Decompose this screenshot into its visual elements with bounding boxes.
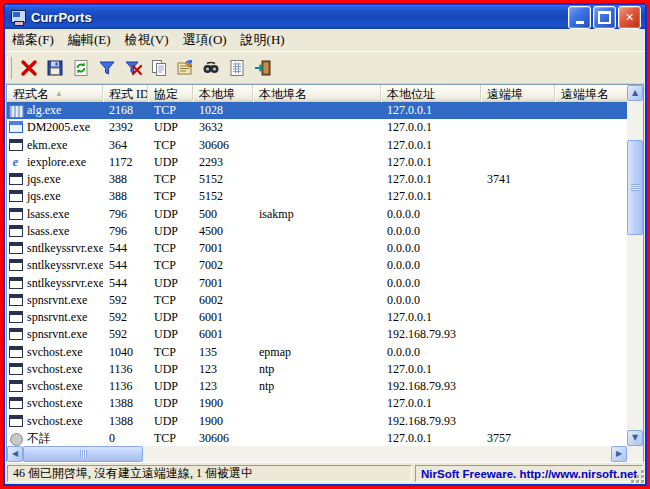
properties-icon [175, 58, 195, 78]
column-label: 本地位址 [387, 86, 435, 103]
cell-protocol: UDP [148, 275, 193, 292]
cell-local_address: 0.0.0.0 [381, 206, 481, 223]
table-row[interactable]: eiexplore.exe1172UDP2293127.0.0.1 [7, 154, 627, 171]
cell-local_port_name: ntp [253, 378, 381, 395]
table-row[interactable]: spnsrvnt.exe592UDP6001127.0.0.1 [7, 309, 627, 326]
process-name: jqs.exe [27, 172, 61, 187]
column-header-1[interactable]: 程式 ID [103, 85, 148, 102]
cell-local_port: 500 [193, 206, 253, 223]
cell-local_address: 127.0.0.1 [381, 137, 481, 154]
scroll-up-button[interactable]: ▲ [627, 85, 643, 101]
cell-protocol: UDP [148, 361, 193, 378]
app-icon [11, 10, 27, 25]
horizontal-scroll-thumb[interactable] [23, 446, 143, 462]
menu-item-2[interactable]: 檢視(V) [118, 29, 176, 51]
cell-pid: 1136 [103, 378, 148, 395]
menu-item-3[interactable]: 選項(O) [176, 29, 234, 51]
vertical-scrollbar[interactable]: ▲ ▼ [627, 85, 643, 446]
resize-grip[interactable] [631, 470, 644, 483]
clear-filter-button[interactable] [120, 55, 146, 81]
exit-button[interactable] [250, 55, 276, 81]
table-row[interactable]: svchost.exe1136UDP123ntp192.168.79.93 [7, 378, 627, 395]
column-header-5[interactable]: 本地位址 [381, 85, 481, 102]
process-name: sntlkeyssrvr.exe [27, 258, 103, 273]
cell-remote_port_name [555, 378, 627, 395]
table-row[interactable]: jqs.exe388TCP5152127.0.0.1 [7, 188, 627, 205]
cell-remote_port [481, 275, 555, 292]
cell-pid: 544 [103, 257, 148, 274]
table-row[interactable]: sntlkeyssrvr.exe544TCP70020.0.0.0 [7, 257, 627, 274]
table-row[interactable]: svchost.exe1136UDP123ntp127.0.0.1 [7, 361, 627, 378]
cell-local_port_name [253, 326, 381, 343]
maximize-button[interactable] [593, 6, 616, 29]
column-label: 遠端埠名 [561, 86, 609, 103]
table-row[interactable]: jqs.exe388TCP5152127.0.0.13741 [7, 171, 627, 188]
table-row[interactable]: ekm.exe364TCP30606127.0.0.1 [7, 137, 627, 154]
cell-local_port: 2293 [193, 154, 253, 171]
process-icon [9, 294, 24, 307]
table-row[interactable]: svchost.exe1388UDP1900192.168.79.93 [7, 413, 627, 430]
cell-remote_port_name [555, 257, 627, 274]
table-row[interactable]: lsass.exe796UDP500isakmp0.0.0.0 [7, 206, 627, 223]
column-header-6[interactable]: 遠端埠 [481, 85, 555, 102]
title-bar[interactable]: CurrPorts ✕ [5, 5, 645, 29]
minimize-icon [576, 21, 584, 24]
cell-local_address: 192.168.79.93 [381, 326, 481, 343]
table-row[interactable]: spnsrvnt.exe592UDP6001192.168.79.93 [7, 326, 627, 343]
column-label: 本地埠 [199, 86, 235, 103]
scroll-left-button[interactable]: ◀ [7, 446, 23, 462]
scroll-right-button[interactable]: ▶ [611, 446, 627, 462]
vertical-scroll-thumb[interactable] [627, 140, 643, 235]
column-header-0[interactable]: 程式名▲ [7, 85, 103, 102]
cell-local_port: 30606 [193, 430, 253, 446]
menu-item-0[interactable]: 檔案(F) [5, 29, 61, 51]
menu-item-1[interactable]: 編輯(E) [61, 29, 118, 51]
process-icon [9, 242, 24, 255]
cell-remote_port_name [555, 154, 627, 171]
cell-local_port: 1900 [193, 413, 253, 430]
cell-name: lsass.exe [7, 206, 103, 223]
cell-protocol: TCP [148, 188, 193, 205]
process-name: alg.exe [27, 103, 61, 118]
save-button[interactable] [42, 55, 68, 81]
table-row[interactable]: svchost.exe1388UDP1900127.0.0.1 [7, 395, 627, 412]
cell-name: lsass.exe [7, 223, 103, 240]
copy-button[interactable] [146, 55, 172, 81]
table-row[interactable]: sntlkeyssrvr.exe544UDP70010.0.0.0 [7, 275, 627, 292]
cell-name: svchost.exe [7, 344, 103, 361]
table-row[interactable]: spnsrvnt.exe592TCP60020.0.0.0 [7, 292, 627, 309]
cell-local_port: 5152 [193, 171, 253, 188]
column-header-3[interactable]: 本地埠 [193, 85, 253, 102]
process-icon [9, 104, 24, 117]
nirsoft-link[interactable]: NirSoft Freeware. http://www.nirsoft.net [415, 465, 643, 482]
filter-button[interactable] [94, 55, 120, 81]
column-header-4[interactable]: 本地埠名 [253, 85, 381, 102]
cell-pid: 592 [103, 309, 148, 326]
column-header-2[interactable]: 協定 [148, 85, 193, 102]
scroll-down-button[interactable]: ▼ [627, 430, 643, 446]
cell-remote_port [481, 223, 555, 240]
horizontal-scrollbar[interactable]: ◀ ▶ [7, 446, 627, 462]
find-button[interactable] [198, 55, 224, 81]
table-row[interactable]: alg.exe2168TCP1028127.0.0.1 [7, 102, 627, 119]
table-row[interactable]: svchost.exe1040TCP135epmap0.0.0.0 [7, 344, 627, 361]
table-row[interactable]: lsass.exe796UDP45000.0.0.0 [7, 223, 627, 240]
ports-list: 程式名▲程式 ID協定本地埠本地埠名本地位址遠端埠遠端埠名 alg.exe216… [6, 84, 644, 463]
table-row[interactable]: 不詳0TCP30606127.0.0.13757 [7, 430, 627, 446]
close-button[interactable]: ✕ [618, 6, 641, 29]
menu-item-4[interactable]: 說明(H) [234, 29, 292, 51]
properties-button[interactable] [172, 55, 198, 81]
cell-protocol: UDP [148, 413, 193, 430]
close-port-button[interactable] [16, 55, 42, 81]
cell-local_port_name: epmap [253, 344, 381, 361]
cell-pid: 796 [103, 223, 148, 240]
table-row[interactable]: sntlkeyssrvr.exe544TCP70010.0.0.0 [7, 240, 627, 257]
report-button[interactable] [224, 55, 250, 81]
refresh-button[interactable] [68, 55, 94, 81]
column-header-7[interactable]: 遠端埠名 [555, 85, 627, 102]
cell-pid: 544 [103, 275, 148, 292]
cell-local_port_name [253, 413, 381, 430]
cell-local_port: 6002 [193, 292, 253, 309]
minimize-button[interactable] [568, 6, 591, 29]
table-row[interactable]: DM2005.exe2392UDP3632127.0.0.1 [7, 119, 627, 136]
